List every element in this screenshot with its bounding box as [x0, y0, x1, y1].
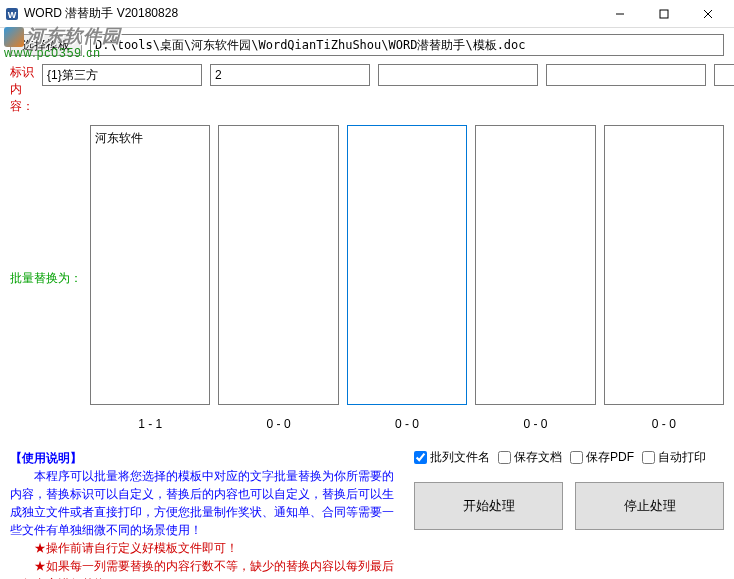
checkbox-auto-print[interactable]: 自动打印	[642, 449, 706, 466]
close-button[interactable]	[686, 0, 730, 28]
replace-label: 批量替换为：	[10, 270, 82, 287]
checkbox-auto-print-input[interactable]	[642, 451, 655, 464]
col-status-2: 0 - 0	[218, 417, 338, 431]
instructions-panel: 【使用说明】 本程序可以批量将您选择的模板中对应的文字批量替换为你所需要的内容，…	[10, 449, 404, 579]
col-status-5: 0 - 0	[604, 417, 724, 431]
col-status-4: 0 - 0	[475, 417, 595, 431]
window-title: WORD 潜替助手 V20180828	[24, 5, 598, 22]
instructions-star2: ★如果每一列需要替换的内容行数不等，缺少的替换内容以每列最后一行内容进行替换！	[10, 559, 394, 579]
template-path-input[interactable]	[90, 34, 724, 56]
app-icon: W	[4, 6, 20, 22]
stop-button[interactable]: 停止处理	[575, 482, 724, 530]
replace-textarea-5[interactable]	[604, 125, 724, 405]
instructions-line1: 本程序可以批量将您选择的模板中对应的文字批量替换为你所需要的内容，替换标识可以自…	[10, 469, 394, 537]
checkbox-save-pdf[interactable]: 保存PDF	[570, 449, 634, 466]
svg-rect-3	[660, 10, 668, 18]
svg-text:W: W	[8, 10, 17, 20]
col-status-3: 0 - 0	[347, 417, 467, 431]
checkbox-save-doc-input[interactable]	[498, 451, 511, 464]
replace-textarea-2[interactable]	[218, 125, 338, 405]
instructions-title: 【使用说明】	[10, 451, 82, 465]
ident-input-2[interactable]	[210, 64, 370, 86]
ident-label: 标识内容：	[10, 64, 34, 115]
replace-textarea-4[interactable]	[475, 125, 595, 405]
titlebar: W WORD 潜替助手 V20180828	[0, 0, 734, 28]
maximize-button[interactable]	[642, 0, 686, 28]
ident-input-4[interactable]	[546, 64, 706, 86]
instructions-star1: ★操作前请自行定义好模板文件即可！	[34, 541, 238, 555]
window-controls	[598, 0, 730, 28]
start-button[interactable]: 开始处理	[414, 482, 563, 530]
minimize-button[interactable]	[598, 0, 642, 28]
checkbox-batch-filename[interactable]: 批列文件名	[414, 449, 490, 466]
replace-textarea-3[interactable]	[347, 125, 467, 405]
checkbox-save-pdf-input[interactable]	[570, 451, 583, 464]
ident-input-3[interactable]	[378, 64, 538, 86]
col-status-1: 1 - 1	[90, 417, 210, 431]
select-template-button[interactable]: 选择模板	[10, 34, 82, 56]
replace-textarea-1[interactable]	[90, 125, 210, 405]
ident-input-1[interactable]	[42, 64, 202, 86]
checkbox-save-doc[interactable]: 保存文档	[498, 449, 562, 466]
ident-input-5[interactable]	[714, 64, 734, 86]
checkbox-batch-filename-input[interactable]	[414, 451, 427, 464]
